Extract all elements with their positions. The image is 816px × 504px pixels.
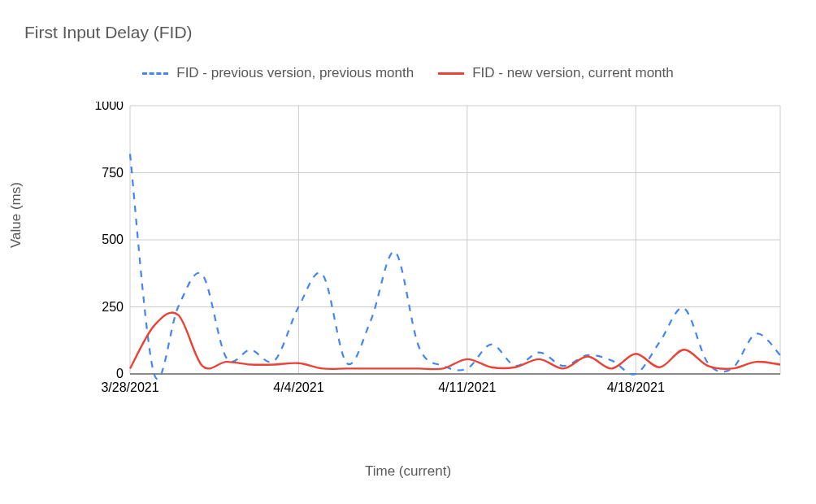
legend-item-new: FID - new version, current month	[438, 65, 674, 81]
svg-text:3/28/2021: 3/28/2021	[101, 380, 158, 394]
series-new-line	[130, 312, 780, 369]
legend-label: FID - previous version, previous month	[176, 65, 414, 81]
svg-text:0: 0	[116, 367, 124, 380]
svg-text:4/4/2021: 4/4/2021	[273, 380, 323, 394]
svg-text:1000: 1000	[94, 102, 124, 112]
svg-text:4/11/2021: 4/11/2021	[438, 380, 496, 394]
x-axis-label: Time (current)	[0, 463, 816, 480]
chart-title: First Input Delay (FID)	[24, 23, 193, 42]
legend-item-previous: FID - previous version, previous month	[142, 65, 414, 81]
svg-text:4/18/2021: 4/18/2021	[607, 380, 665, 394]
svg-text:750: 750	[102, 166, 124, 180]
y-axis-label: Value (ms)	[8, 182, 24, 248]
svg-text:250: 250	[102, 300, 124, 314]
legend: FID - previous version, previous month F…	[0, 65, 816, 81]
svg-text:500: 500	[102, 232, 124, 246]
series-previous-line	[130, 154, 780, 379]
line-swatch-icon	[142, 72, 168, 75]
chart-plot-area: 025050075010003/28/20214/4/20214/11/2021…	[93, 102, 784, 402]
legend-label: FID - new version, current month	[472, 65, 674, 81]
line-swatch-icon	[438, 72, 464, 75]
